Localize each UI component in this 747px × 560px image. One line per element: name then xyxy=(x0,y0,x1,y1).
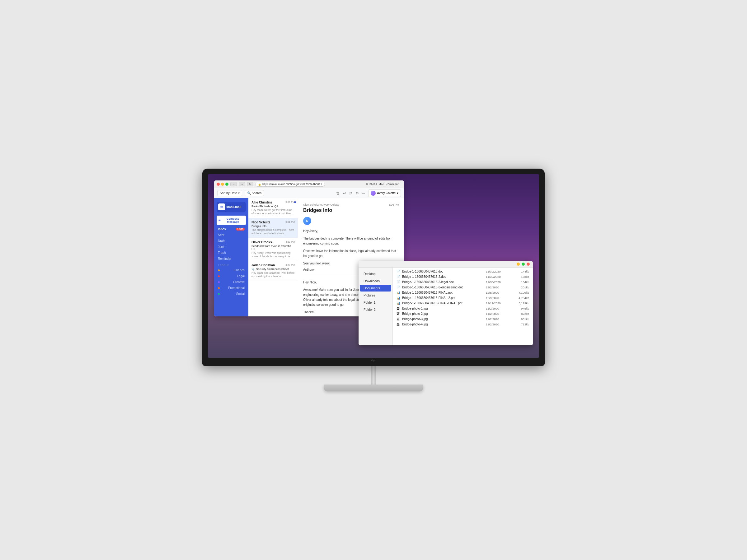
sidebar-label-social[interactable]: Social xyxy=(214,291,248,297)
sidebar-item-draft[interactable]: Draft xyxy=(214,238,248,244)
file-nav-folder1[interactable]: Folder 1 xyxy=(360,299,391,306)
file-nav-downloads[interactable]: Downloads xyxy=(360,277,391,284)
maximize-button[interactable] xyxy=(225,183,229,186)
file-name-9: Bridge-photo-3.jpg xyxy=(402,317,485,321)
search-button[interactable]: 🔍 Search xyxy=(244,190,264,196)
file-row-0[interactable]: 📄 Bridge-1-1606650437616.doc 11/30/2020 … xyxy=(393,269,533,274)
file-date-5: 12/9/2020 xyxy=(486,296,511,300)
file-type-icon-9: 🖼 xyxy=(396,317,401,321)
back-button[interactable]: ← xyxy=(230,182,237,186)
sidebar-item-trash[interactable]: Trash xyxy=(214,250,248,256)
browser-titlebar: ← → ↻ 🔒 https://smail.mail/10305/vegdriv… xyxy=(214,181,404,188)
file-type-icon-8: 🖼 xyxy=(396,312,401,316)
social-dot xyxy=(218,293,220,295)
file-row-7[interactable]: 🖼 Bridge-photo-1.jpg 11/2/2020 945kb xyxy=(393,306,533,311)
compose-button[interactable]: ✏ Compose Message xyxy=(216,216,246,225)
email-sender-1: Nico Schultz xyxy=(252,220,270,224)
file-size-4: 4,109kb xyxy=(512,291,529,294)
file-name-4: Bridge-1-1606650437616-FINAL.ppt xyxy=(402,291,485,294)
monitor-neck xyxy=(371,366,376,384)
monitor: ← → ↻ 🔒 https://smail.mail/10305/vegdriv… xyxy=(202,169,545,391)
more-icon[interactable]: ··· xyxy=(361,190,366,196)
sidebar-item-reminder[interactable]: Reminder xyxy=(214,256,248,262)
delete-icon[interactable]: 🗑 xyxy=(336,190,340,196)
email-time-3: 3:47 PM xyxy=(285,264,295,266)
email-preview-3: Hey team, see attached! Print before our… xyxy=(252,271,295,278)
file-size-1: 158kb xyxy=(512,275,529,278)
email-item-0[interactable]: Allie Christine 5:06 PM Parks Photoshoot… xyxy=(248,198,298,218)
file-row-2[interactable]: 📄 Bridge-1-1606650437616-2-legal.doc 11/… xyxy=(393,279,533,285)
file-nav-folder2[interactable]: Folder 2 xyxy=(360,306,391,313)
file-close-button[interactable] xyxy=(526,263,530,266)
sidebar-item-junk[interactable]: Junk xyxy=(214,244,248,250)
email-time-2: 4:12 PM xyxy=(285,240,295,243)
file-minimize-button[interactable] xyxy=(517,263,520,266)
email-sender-0: Allie Christine xyxy=(252,201,272,204)
file-row-9[interactable]: 🖼 Bridge-photo-3.jpg 11/2/2020 931kb xyxy=(393,316,533,322)
finance-label: Finance xyxy=(233,268,244,272)
file-row-3[interactable]: 📄 Bridge-1-1606650437616-3-engineering.d… xyxy=(393,285,533,290)
sidebar-item-sent[interactable]: Sent xyxy=(214,232,248,238)
email-item-1[interactable]: Nico Schultz 5:01 PM Bridges Info The br… xyxy=(248,218,298,238)
email-item-3[interactable]: Jaden Christian 3:47 PM 📎 Security Aware… xyxy=(248,261,298,281)
file-maximize-button[interactable] xyxy=(522,263,525,266)
close-button[interactable] xyxy=(216,183,220,186)
sidebar-label-promotional[interactable]: Promotional xyxy=(214,285,248,291)
secure-icon: 🔒 xyxy=(258,183,261,186)
titlebar-left: ← → ↻ 🔒 https://smail.mail/10305/vegdriv… xyxy=(216,182,325,187)
sidebar-label-finance[interactable]: Finance xyxy=(214,267,248,273)
file-row-10[interactable]: 🖼 Bridge-photo-4.jpg 11/2/2020 713kb xyxy=(393,322,533,327)
file-nav-desktop[interactable]: Desktop xyxy=(360,270,391,277)
redo-icon[interactable]: ⇄ xyxy=(349,190,353,196)
app-name: smail.mail xyxy=(226,205,241,209)
draft-label: Draft xyxy=(218,239,225,243)
file-size-10: 713kb xyxy=(512,323,529,326)
url-bar[interactable]: 🔒 https://smail.mail/10305/vegdrive/7738… xyxy=(255,182,325,187)
undo-icon[interactable]: ↩ xyxy=(342,190,347,196)
sidebar-label-creative[interactable]: Creative xyxy=(214,279,248,285)
file-row-5[interactable]: 📊 Bridge-1-1606650437616-FINAL-2.ppt 12/… xyxy=(393,295,533,300)
file-row-1[interactable]: 📄 Bridge-1-1606650437616-2.doc 11/30/202… xyxy=(393,274,533,279)
reading-pane-header: Nico Schultz to Avery Colette 5:06 PM Br… xyxy=(303,203,399,213)
browser-tab[interactable]: ✉ SMAIL.MAIL - Email Inb... xyxy=(366,183,402,186)
file-size-7: 945kb xyxy=(512,307,529,310)
refresh-button[interactable]: ↻ xyxy=(247,182,253,186)
file-list: 📄 Bridge-1-1606650437616.doc 11/30/2020 … xyxy=(393,268,533,345)
file-name-0: Bridge-1-1606650437616.doc xyxy=(402,270,485,273)
sort-label: Sort by Date xyxy=(220,191,237,195)
forward-button[interactable]: → xyxy=(239,182,245,186)
body-para-1: Hey Avery, xyxy=(303,229,399,234)
sidebar-item-inbox[interactable]: Inbox 1,939 xyxy=(214,226,248,232)
file-date-8: 11/2/2020 xyxy=(486,312,511,316)
minimize-button[interactable] xyxy=(221,183,224,186)
file-row-8[interactable]: 🖼 Bridge-photo-2.jpg 11/2/2020 872kb xyxy=(393,311,533,316)
from-text: Nico Schultz to Avery Colette xyxy=(303,203,339,206)
file-nav-pictures[interactable]: Pictures xyxy=(360,292,391,299)
file-type-icon-0: 📄 xyxy=(396,270,401,273)
sort-by-date-button[interactable]: Sort by Date ▾ xyxy=(217,190,242,196)
file-row-6[interactable]: 📊 Bridge-1-1606650437616-FINAL-FINAL.ppt… xyxy=(393,300,533,306)
file-nav-documents[interactable]: Documents xyxy=(360,285,391,292)
file-row-4[interactable]: 📊 Bridge-1-1606650437616-FINAL.ppt 12/8/… xyxy=(393,290,533,295)
file-name-7: Bridge-photo-1.jpg xyxy=(402,307,485,310)
file-name-10: Bridge-photo-4.jpg xyxy=(402,323,485,326)
inbox-label: Inbox xyxy=(218,228,226,231)
compose-icon: ✏ xyxy=(218,219,221,222)
file-name-8: Bridge-photo-2.jpg xyxy=(402,312,485,316)
monitor-screen: ← → ↻ 🔒 https://smail.mail/10305/vegdriv… xyxy=(208,174,539,358)
user-name: Avery Colette xyxy=(377,191,395,195)
email-item-2[interactable]: Oliver Brooks 4:12 PM Feedback from Evan… xyxy=(248,238,298,261)
email-time-0: 5:06 PM xyxy=(285,201,295,204)
file-date-3: 12/2/2020 xyxy=(486,286,511,289)
settings-icon[interactable]: ⚙ xyxy=(355,190,360,196)
file-size-6: 5,129kb xyxy=(512,301,529,305)
sidebar-label-legal[interactable]: Legal xyxy=(214,273,248,279)
sender-row: N xyxy=(303,217,399,225)
body-para-2: The bridges deck is complete. There will… xyxy=(303,236,399,246)
email-sender-3: Jaden Christian xyxy=(252,264,275,267)
email-preview-0: Hey team, we've got the first round of s… xyxy=(252,209,295,215)
file-size-2: 164kb xyxy=(512,280,529,284)
email-list: Allie Christine 5:06 PM Parks Photoshoot… xyxy=(248,198,298,316)
file-type-icon-1: 📄 xyxy=(396,275,401,278)
user-profile-badge[interactable]: Avery Colette ▾ xyxy=(368,189,401,197)
